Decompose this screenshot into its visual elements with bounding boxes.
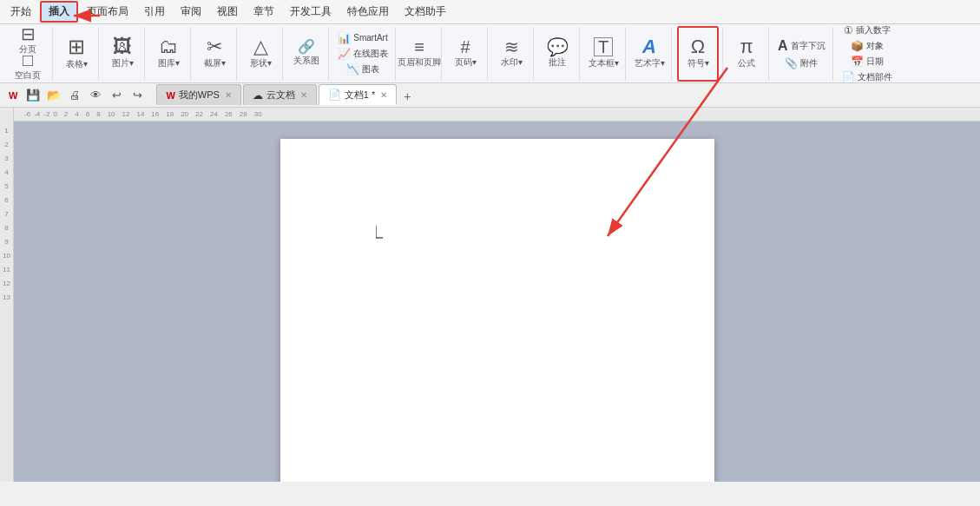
horizontal-ruler: -6 -4 -2 0 2 4 6 8 10 12 14 16 18 20 22 … [14, 108, 980, 122]
date-button[interactable]: 📅 日期 [847, 55, 887, 69]
toolbar-group-textbox: T 文本框▾ [582, 27, 626, 81]
vertical-ruler: 1 2 3 4 5 6 7 8 9 10 11 12 13 [0, 108, 14, 482]
menu-dochelper[interactable]: 文档助手 [398, 3, 453, 21]
undo-button[interactable]: ↩ [108, 87, 125, 104]
image-button[interactable]: 🖼 图片▾ [104, 29, 141, 79]
redo-button[interactable]: ↪ [128, 87, 146, 104]
comment-button[interactable]: 💬 批注 [539, 29, 576, 79]
symbol-icon: Ω [691, 37, 705, 56]
dropcap-button[interactable]: A 首字下沉 [774, 37, 829, 55]
ruler-mark: 3 [0, 151, 13, 165]
dropcap-icon: A [778, 38, 788, 54]
wordart-icon: A [642, 37, 656, 56]
menu-view[interactable]: 视图 [210, 3, 245, 21]
docpart-label: 文档部件 [858, 71, 892, 83]
toolbar-group-relation: 🔗 关系图 [285, 27, 329, 81]
textbox-label: 文本框▾ [589, 57, 619, 69]
comment-icon: 💬 [547, 38, 569, 56]
menu-review[interactable]: 审阅 [174, 3, 208, 21]
relation-button[interactable]: 🔗 关系图 [288, 29, 325, 79]
toolbar-group-symbol: Ω 符号▾ [674, 27, 723, 81]
document-page[interactable] [280, 139, 714, 482]
tab-doc1-close[interactable]: ✕ [380, 90, 387, 100]
ruler-mark: 12 [0, 276, 13, 290]
textbox-button[interactable]: T 文本框▾ [585, 29, 622, 79]
tab-cloud-label: 云文档 [266, 89, 295, 102]
date-icon: 📅 [851, 56, 864, 68]
ruler-mark: 9 [0, 234, 13, 248]
cursor-svg [376, 226, 393, 243]
dropcap-label: 首字下沉 [791, 40, 825, 52]
ruler-mark: 2 [0, 137, 13, 151]
ruler-mark: 8 [0, 220, 13, 234]
toolbar-group-pagecode: # 页码▾ [444, 27, 488, 81]
wps-logo: W [5, 87, 21, 104]
docpart-button[interactable]: 📄 文档部件 [839, 70, 896, 84]
smartart-icon: 📊 [338, 32, 351, 44]
symbol-highlight-box: Ω 符号▾ [677, 26, 719, 82]
save-button[interactable]: 💾 [24, 87, 42, 104]
chart-button[interactable]: 📉 图表 [343, 62, 383, 76]
menu-developer[interactable]: 开发工具 [283, 3, 339, 21]
pagecode-button[interactable]: # 页码▾ [447, 29, 483, 79]
formula-button[interactable]: π 公式 [728, 29, 765, 79]
image-icon: 🖼 [113, 37, 132, 56]
main-area: 1 2 3 4 5 6 7 8 9 10 11 12 13 -6 -4 -2 0… [0, 108, 980, 482]
toolbar-group-comment: 💬 批注 [536, 27, 580, 81]
object-button[interactable]: 📦 对象 [847, 39, 887, 53]
formula-icon: π [740, 37, 753, 56]
wordart-label: 艺术字▾ [635, 57, 665, 69]
menu-chapter[interactable]: 章节 [247, 3, 281, 21]
toolbar-group-wordart: A 艺术字▾ [628, 27, 672, 81]
shape-button[interactable]: △ 形状▾ [242, 29, 279, 79]
toolbar-group-screenshot: ✂ 截屏▾ [193, 27, 237, 81]
relation-icon: 🔗 [298, 40, 315, 54]
open-button[interactable]: 📂 [45, 87, 62, 104]
tab-wps-icon: W [166, 90, 174, 101]
toolbar-group-right: ① 插入数字 📦 对象 📅 日期 📄 文档部件 [835, 27, 899, 81]
print-button[interactable]: 🖨 [66, 87, 83, 104]
pagecode-label: 页码▾ [455, 56, 477, 69]
gallery-button[interactable]: 🗂 图库▾ [150, 29, 187, 79]
menu-reference[interactable]: 引用 [137, 3, 172, 21]
smartart-label: SmartArt [353, 33, 387, 43]
headerfooter-button[interactable]: ≡ 页眉和页脚 [401, 29, 437, 79]
tab-doc1[interactable]: 📄 文档1 * ✕ [319, 84, 397, 105]
menu-special[interactable]: 特色应用 [340, 3, 396, 21]
chart-label: 图表 [362, 63, 379, 76]
fenge-button[interactable]: ⊟ 分页 [7, 29, 49, 53]
tab-wps-close[interactable]: ✕ [225, 90, 232, 100]
online-chart-icon: 📈 [338, 48, 351, 60]
headerfooter-icon: ≡ [414, 38, 424, 56]
table-button[interactable]: ⊞ 表格▾ [58, 29, 95, 79]
kongbai-icon: □ [23, 51, 33, 69]
symbol-button[interactable]: Ω 符号▾ [680, 29, 716, 79]
screenshot-button[interactable]: ✂ 截屏▾ [196, 29, 233, 79]
online-chart-button[interactable]: 📈 在线图表 [334, 47, 391, 61]
menu-layout[interactable]: 页面布局 [80, 3, 135, 21]
watermark-button[interactable]: ≋ 水印▾ [493, 29, 529, 79]
toolbar-group-pages: ⊟ 分页 □ 空白页 [3, 27, 53, 81]
menu-start[interactable]: 开始 [3, 3, 38, 21]
document-canvas[interactable] [14, 122, 980, 482]
headerfooter-label: 页眉和页脚 [398, 56, 441, 69]
image-label: 图片▾ [112, 57, 134, 69]
docpart-icon: 📄 [842, 71, 855, 83]
wordart-button[interactable]: A 艺术字▾ [631, 29, 668, 79]
ruler-mark: 5 [0, 179, 13, 193]
preview-button[interactable]: 👁 [87, 87, 104, 104]
tab-wps[interactable]: W 我的WPS ✕ [156, 84, 240, 105]
attachment-button[interactable]: 📎 附件 [781, 56, 821, 70]
tab-cloud-close[interactable]: ✕ [300, 90, 307, 100]
menu-insert[interactable]: 插入 [40, 1, 78, 23]
kongbai-button[interactable]: □ 空白页 [7, 55, 49, 79]
tab-doc1-label: 文档1 * [345, 89, 375, 102]
symbol-label: 符号▾ [687, 57, 709, 69]
smartart-button[interactable]: 📊 SmartArt [334, 31, 391, 45]
tab-cloud[interactable]: ☁ 云文档 ✕ [243, 84, 317, 105]
insert-num-button[interactable]: ① 插入数字 [840, 23, 894, 37]
relation-label: 关系图 [293, 55, 319, 67]
toolbar-group-headerfooter: ≡ 页眉和页脚 [398, 27, 442, 81]
tab-add-button[interactable]: + [398, 88, 416, 105]
chart-icon: 📉 [346, 63, 359, 76]
